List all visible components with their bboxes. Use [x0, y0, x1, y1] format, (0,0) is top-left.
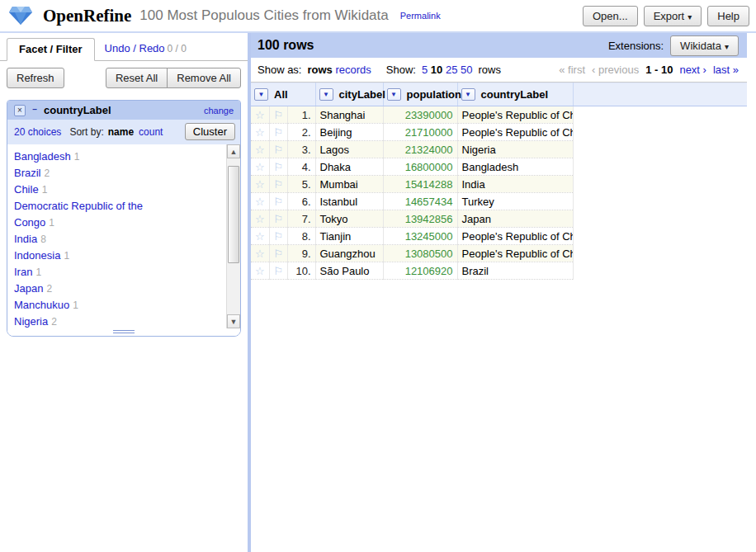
pagination-last[interactable]: last » — [713, 64, 739, 76]
cell-population[interactable]: 13245000 — [383, 228, 457, 245]
facet-choice[interactable]: Democratic Republic of the Congo1 — [14, 198, 163, 231]
cell-population[interactable]: 13080500 — [383, 245, 457, 262]
cell-population[interactable]: 21710000 — [383, 124, 457, 141]
cell-citylabel[interactable]: Guangzhou — [315, 245, 383, 262]
facet-choice-label[interactable]: Democratic Republic of the Congo — [14, 200, 143, 229]
flag-cell[interactable]: ⚐ — [269, 193, 287, 210]
cell-citylabel[interactable]: São Paulo — [315, 262, 383, 280]
citylabel-column-menu-icon[interactable]: ▼ — [319, 88, 333, 101]
facet-choice-label[interactable]: Brazil — [14, 167, 41, 179]
star-icon[interactable]: ☆ — [255, 248, 265, 260]
flag-cell[interactable]: ⚐ — [269, 158, 287, 176]
pagination-next[interactable]: next › — [679, 64, 706, 76]
countrylabel-column-menu-icon[interactable]: ▼ — [461, 88, 475, 101]
facet-choice[interactable]: Nigeria2 — [14, 314, 163, 328]
facet-choice-label[interactable]: Iran — [14, 266, 32, 278]
flag-icon[interactable]: ⚐ — [274, 248, 284, 260]
facet-choice-label[interactable]: Chile — [14, 183, 39, 196]
page-size-5[interactable]: 5 — [422, 64, 428, 76]
cell-citylabel[interactable]: Beijing — [315, 124, 383, 141]
facet-choice[interactable]: Brazil2 — [14, 165, 163, 182]
facet-change-link[interactable]: change — [204, 106, 234, 116]
facet-close-icon[interactable]: × — [14, 105, 26, 116]
show-as-rows[interactable]: rows — [307, 64, 332, 76]
tab-facet-filter[interactable]: Facet / Filter — [7, 38, 95, 61]
refresh-button[interactable]: Refresh — [7, 68, 64, 88]
facet-choice-label[interactable]: Bangladesh — [14, 150, 71, 163]
help-button[interactable]: Help — [707, 6, 749, 26]
remove-all-button[interactable]: Remove All — [167, 68, 241, 88]
star-cell[interactable]: ☆ — [251, 176, 269, 193]
facet-choice[interactable]: Iran1 — [14, 264, 163, 281]
facet-choice[interactable]: Manchukuo1 — [14, 297, 163, 314]
flag-cell[interactable]: ⚐ — [269, 106, 287, 124]
cell-countrylabel[interactable]: People's Republic of China — [457, 245, 573, 262]
facet-collapse-icon[interactable]: – — [30, 105, 40, 116]
cell-population[interactable]: 23390000 — [383, 106, 457, 124]
facet-choice[interactable]: India8 — [14, 231, 163, 248]
flag-icon[interactable]: ⚐ — [274, 230, 284, 243]
star-icon[interactable]: ☆ — [255, 109, 265, 121]
reset-all-button[interactable]: Reset All — [106, 68, 168, 88]
facet-choice[interactable]: Japan2 — [14, 281, 163, 297]
cell-citylabel[interactable]: Mumbai — [315, 176, 383, 193]
scroll-down-icon[interactable]: ▼ — [227, 314, 240, 328]
cell-countrylabel[interactable]: India — [457, 176, 573, 193]
cell-countrylabel[interactable]: Japan — [457, 210, 573, 228]
cell-countrylabel[interactable]: Brazil — [457, 262, 573, 280]
flag-cell[interactable]: ⚐ — [269, 228, 287, 245]
cell-countrylabel[interactable]: Nigeria — [457, 141, 573, 158]
star-cell[interactable]: ☆ — [251, 228, 269, 245]
population-column-menu-icon[interactable]: ▼ — [387, 88, 401, 101]
cell-population[interactable]: 14657434 — [383, 193, 457, 210]
page-size-25[interactable]: 25 — [446, 64, 457, 76]
star-icon[interactable]: ☆ — [255, 230, 265, 243]
cell-population[interactable]: 12106920 — [383, 262, 457, 280]
flag-cell[interactable]: ⚐ — [269, 124, 287, 141]
star-icon[interactable]: ☆ — [255, 144, 265, 156]
star-cell[interactable]: ☆ — [251, 158, 269, 176]
pagination-previous[interactable]: ‹ previous — [592, 64, 639, 76]
cell-countrylabel[interactable]: People's Republic of China — [457, 124, 573, 141]
pagination-first[interactable]: « first — [559, 64, 585, 76]
cell-citylabel[interactable]: Istanbul — [315, 193, 383, 210]
facet-choice-label[interactable]: Japan — [14, 282, 43, 295]
cell-citylabel[interactable]: Tokyo — [315, 210, 383, 228]
facet-scrollbar[interactable]: ▲ ▼ — [226, 144, 240, 328]
facet-choice[interactable]: Indonesia1 — [14, 248, 163, 264]
star-cell[interactable]: ☆ — [251, 245, 269, 262]
scroll-up-icon[interactable]: ▲ — [227, 144, 240, 158]
facet-sort-by-name[interactable]: name — [108, 126, 134, 138]
facet-choices-link[interactable]: 20 choices — [14, 126, 61, 138]
permalink-link[interactable]: Permalink — [400, 11, 441, 21]
star-icon[interactable]: ☆ — [255, 126, 265, 139]
star-cell[interactable]: ☆ — [251, 193, 269, 210]
cell-countrylabel[interactable]: Turkey — [457, 193, 573, 210]
flag-icon[interactable]: ⚐ — [274, 213, 284, 225]
facet-resize-area[interactable] — [7, 328, 240, 336]
star-icon[interactable]: ☆ — [255, 265, 265, 277]
star-icon[interactable]: ☆ — [255, 213, 265, 225]
cell-population[interactable]: 21324000 — [383, 141, 457, 158]
star-icon[interactable]: ☆ — [255, 196, 265, 208]
cell-countrylabel[interactable]: People's Republic of China — [457, 228, 573, 245]
flag-icon[interactable]: ⚐ — [274, 126, 284, 139]
show-as-records[interactable]: records — [335, 64, 371, 76]
facet-choice[interactable]: Bangladesh1 — [14, 149, 163, 165]
tab-undo-redo[interactable]: Undo / Redo0 / 0 — [95, 38, 196, 60]
cluster-button[interactable]: Cluster — [185, 123, 235, 140]
flag-cell[interactable]: ⚐ — [269, 141, 287, 158]
flag-icon[interactable]: ⚐ — [274, 161, 284, 173]
star-cell[interactable]: ☆ — [251, 210, 269, 228]
facet-choice[interactable]: Chile1 — [14, 182, 163, 198]
facet-resize-handle-icon[interactable] — [113, 330, 135, 333]
facet-choice-label[interactable]: Nigeria — [14, 315, 48, 328]
facet-choice-label[interactable]: India — [14, 233, 37, 245]
cell-citylabel[interactable]: Lagos — [315, 141, 383, 158]
facet-choice-label[interactable]: Indonesia — [14, 249, 60, 262]
star-cell[interactable]: ☆ — [251, 124, 269, 141]
facet-choice-label[interactable]: Manchukuo — [14, 299, 69, 311]
flag-icon[interactable]: ⚐ — [274, 178, 284, 191]
facet-sort-by-count[interactable]: count — [139, 126, 163, 138]
cell-citylabel[interactable]: Shanghai — [315, 106, 383, 124]
